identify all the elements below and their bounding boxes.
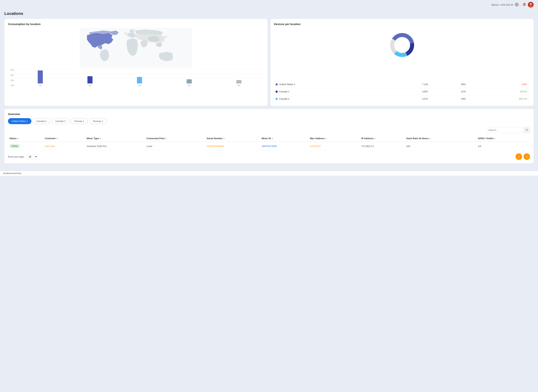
bar-label: Nor bbox=[188, 84, 191, 87]
table-header[interactable]: Customer⇅ bbox=[43, 135, 85, 142]
bar bbox=[236, 80, 241, 84]
devices-panel: Devices per location bbox=[270, 19, 534, 106]
location-tab[interactable]: United States 1 bbox=[8, 118, 31, 124]
table-header[interactable]: Mac Address⇅ bbox=[309, 135, 360, 142]
avatar-image bbox=[528, 2, 534, 8]
table-row: Active John Doe Antminer S19J Pro Luxor … bbox=[8, 142, 530, 150]
table-body: Active John Doe Antminer S19J Pro Luxor … bbox=[8, 142, 530, 150]
rows-per-page-label: Rows per page: bbox=[8, 155, 24, 158]
location-dot bbox=[276, 83, 278, 85]
miner-type-cell: Antminer S19J Pro bbox=[85, 142, 145, 150]
sort-icon: ⇅ bbox=[429, 138, 431, 140]
status-badge: Active bbox=[9, 144, 20, 148]
device-count: 7,142 bbox=[386, 81, 430, 88]
apdu-cell: 1/4 bbox=[476, 142, 530, 150]
chart-y-label-10: 10% bbox=[10, 84, 14, 87]
ip-cell: 172.562.4.2 bbox=[360, 142, 405, 150]
consumption-panel: Consumption by location bbox=[4, 19, 268, 106]
notification-icon-wrap[interactable] bbox=[522, 3, 526, 7]
rows-per-page-select[interactable]: 25 50 100 bbox=[26, 154, 37, 159]
sort-icon: ⇅ bbox=[494, 138, 495, 140]
devices-table: United States 1 7,142 38% 2.9% ↓ Canada … bbox=[274, 81, 530, 102]
bar bbox=[137, 77, 142, 84]
search-input[interactable] bbox=[487, 127, 524, 133]
table-header[interactable]: Status⇅ bbox=[8, 135, 43, 142]
location-tab[interactable]: Norway 2 bbox=[89, 118, 107, 124]
customer-cell: John Doe bbox=[43, 142, 85, 150]
consumption-panel-title: Consumption by location bbox=[8, 23, 264, 26]
chart-y-label-30: 30% bbox=[10, 74, 14, 76]
table-header[interactable]: Miner ID⇅ bbox=[260, 135, 309, 142]
page-nav: ‹ › bbox=[515, 153, 530, 160]
bar-chart: 40% 30% 20% 10% UniCanCanNorNor bbox=[8, 69, 264, 91]
device-pct: 19% bbox=[430, 95, 467, 103]
location-tab[interactable]: Norway 1 bbox=[71, 118, 88, 124]
location-tabs: United States 1Canada 1Canada 2Norway 1N… bbox=[8, 118, 530, 124]
search-row bbox=[8, 127, 530, 133]
search-wrap bbox=[487, 127, 530, 133]
hash-rate-cell: 104 bbox=[405, 142, 477, 150]
bar-label: Nor bbox=[237, 84, 240, 87]
search-button[interactable] bbox=[524, 127, 530, 133]
table-header[interactable]: Connected Pool⇅ bbox=[145, 135, 205, 142]
devices-panel-title: Devices per location bbox=[274, 23, 530, 26]
table-header[interactable]: Miner Type⇅ bbox=[85, 135, 145, 142]
bitcoin-price: Bitcoin = $70,342.45 bbox=[492, 4, 513, 6]
bar bbox=[38, 70, 43, 84]
table-header[interactable]: IP Address⇅ bbox=[360, 135, 405, 142]
location-tab[interactable]: Canada 1 bbox=[33, 118, 50, 124]
chart-y-label-40: 40% bbox=[10, 69, 14, 71]
mac-link[interactable]: 4JA12IIS7 bbox=[310, 145, 321, 148]
device-loc-name: United States 1 bbox=[274, 81, 386, 88]
world-map bbox=[8, 28, 264, 68]
pagination-row: Rows per page: 25 50 100 ‹ › bbox=[8, 153, 530, 160]
gear-dropdown-arrow: ▾ bbox=[520, 5, 521, 7]
page-title: Locations bbox=[4, 11, 534, 16]
breadcrumb-text: /locations/overview bbox=[3, 172, 21, 175]
serial-link[interactable]: 1F45P904NNE4 bbox=[207, 145, 224, 148]
location-dot bbox=[276, 98, 278, 100]
device-count: 3,571 bbox=[386, 95, 430, 103]
breadcrumb: /locations/overview bbox=[0, 171, 538, 176]
devices-table-row: Canada 1 3,947 21% 29.4% ↑ bbox=[274, 88, 530, 95]
miner-id-cell: J84F0GFS83F bbox=[260, 142, 309, 150]
notification-dot bbox=[524, 3, 526, 5]
customer-link[interactable]: John Doe bbox=[45, 145, 55, 148]
devices-table-row: Canada 2 3,571 19% 220.7% ↑ bbox=[274, 95, 530, 103]
sort-icon: ⇅ bbox=[56, 138, 58, 140]
main-content: Locations Consumption by location bbox=[0, 9, 538, 171]
svg-point-0 bbox=[516, 4, 517, 5]
serial-cell: 1F45P904NNE4 bbox=[205, 142, 260, 150]
donut-chart bbox=[389, 31, 416, 59]
svg-point-10 bbox=[526, 129, 528, 131]
sort-icon: ⇅ bbox=[100, 138, 101, 140]
data-table: Status⇅Customer⇅Miner Type⇅Connected Poo… bbox=[8, 135, 530, 150]
bar-group: Can bbox=[67, 76, 113, 87]
location-tab[interactable]: Canada 2 bbox=[52, 118, 69, 124]
devices-table-row: United States 1 7,142 38% 2.9% ↓ bbox=[274, 81, 530, 88]
prev-page-button[interactable]: ‹ bbox=[515, 153, 522, 160]
device-loc-name: Canada 2 bbox=[274, 95, 386, 103]
miner-id-link[interactable]: J84F0GFS83F bbox=[262, 145, 277, 148]
table-header[interactable]: Hash Rate 24 Hours⇅ bbox=[405, 135, 477, 142]
bar bbox=[88, 76, 93, 84]
table-header[interactable]: Serial Number⇅ bbox=[205, 135, 260, 142]
overview-panel: Overview United States 1Canada 1Canada 2… bbox=[4, 109, 534, 163]
sort-icon: ⇅ bbox=[165, 138, 166, 140]
bar-group: Nor bbox=[216, 80, 262, 87]
bar-label: Can bbox=[138, 84, 141, 87]
device-change: 2.9% ↓ bbox=[467, 81, 530, 88]
pool-cell: Luxor bbox=[145, 142, 205, 150]
settings-icon-wrap[interactable]: ▾ bbox=[515, 3, 521, 7]
top-panels-row: Consumption by location bbox=[4, 19, 534, 106]
chart-y-label-20: 20% bbox=[10, 79, 14, 81]
svg-point-2 bbox=[530, 3, 532, 5]
next-page-button[interactable]: › bbox=[524, 153, 530, 160]
search-icon bbox=[525, 128, 528, 131]
avatar[interactable] bbox=[528, 2, 534, 8]
rows-per-page: Rows per page: 25 50 100 bbox=[8, 154, 37, 159]
topbar: Bitcoin = $70,342.45 ▾ bbox=[0, 0, 538, 9]
table-header[interactable]: APDU / Outlet⇅ bbox=[476, 135, 530, 142]
sort-icon: ⇅ bbox=[17, 138, 19, 140]
bar bbox=[187, 79, 192, 84]
